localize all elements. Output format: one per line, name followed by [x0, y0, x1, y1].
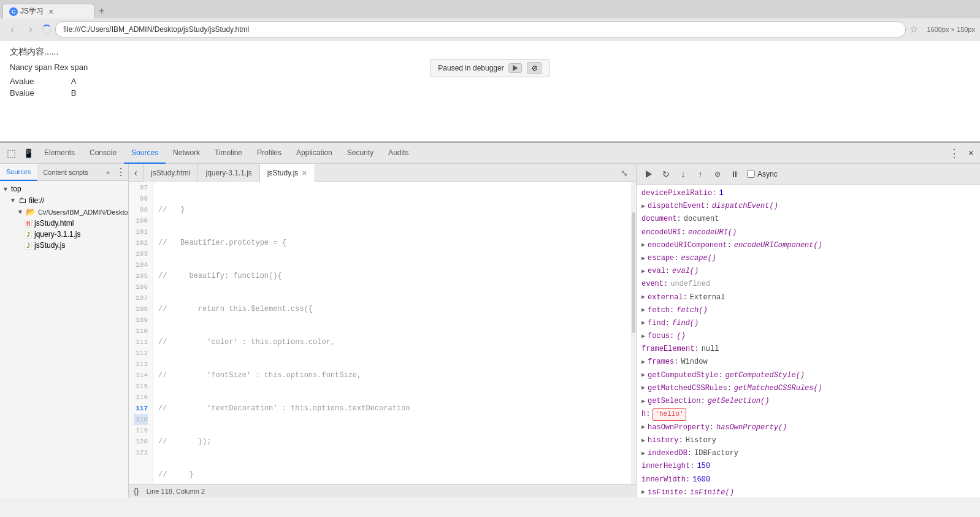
tab-timeline[interactable]: Timeline: [207, 143, 250, 164]
tab-profiles[interactable]: Profiles: [250, 143, 289, 164]
debug-step-out-btn[interactable]: ↑: [693, 167, 708, 182]
prop-separator: :: [700, 396, 705, 407]
scope-panel[interactable]: devicePixelRatio : 1 ▶ dispatchEvent : d…: [637, 185, 980, 497]
prop-value: History: [686, 435, 716, 446]
expand-arrow[interactable]: ▶: [641, 449, 645, 459]
editor-tab-nav-back[interactable]: ‹: [129, 164, 144, 182]
expand-arrow[interactable]: ▶: [641, 370, 645, 380]
tab-sources-files[interactable]: Sources: [0, 164, 37, 181]
inspect-btn[interactable]: ⬚: [2, 145, 20, 162]
a-value: A: [71, 75, 89, 87]
device-btn[interactable]: 📱: [20, 145, 37, 162]
step-out-icon: ↑: [699, 169, 703, 179]
bookmark-icon[interactable]: ☆: [909, 23, 918, 35]
debug-pause-exceptions-btn[interactable]: ⏸: [727, 167, 742, 182]
code-scroll-container[interactable]: 97 98 99 100 101 102 103 104 105 106 107…: [129, 182, 636, 484]
prop-separator: :: [718, 370, 722, 381]
browser-tab[interactable]: C JS学习 ×: [2, 4, 94, 18]
code-line: // 'color' : this.options.color,: [158, 337, 631, 348]
debug-deactivate-btn[interactable]: ⊘: [710, 167, 725, 182]
expand-arrow[interactable]: ▶: [641, 202, 645, 212]
code-line: // }: [158, 469, 631, 480]
folder-icon-users: 📂: [26, 207, 36, 216]
prop-value: dispatchEvent(): [712, 201, 778, 212]
expand-arrow[interactable]: ▶: [641, 305, 645, 315]
url-bar[interactable]: file:///C:/Users/IBM_ADMIN/Desktop/jsStu…: [55, 21, 906, 37]
prop-value: eval(): [672, 266, 699, 277]
tree-item-jquery[interactable]: J jquery-3.1.1.js: [0, 229, 128, 240]
tab-security[interactable]: Security: [340, 143, 381, 164]
expand-arrow[interactable]: ▶: [641, 383, 645, 393]
expand-arrow[interactable]: ▶: [641, 488, 645, 497]
more-menu-btn[interactable]: ⋮: [944, 147, 965, 160]
async-checkbox[interactable]: [747, 170, 755, 178]
tree-item-users-path[interactable]: ▼ 📂 Cv/Users/IBM_ADMIN/Desktop...: [0, 206, 128, 218]
prop-separator: :: [727, 383, 732, 394]
forward-btn[interactable]: ›: [23, 22, 38, 37]
editor-tab-jsstudy-html[interactable]: jsStudy.html: [144, 164, 198, 182]
debug-step-into-btn[interactable]: ↓: [676, 167, 691, 182]
expand-arrow[interactable]: ▶: [641, 358, 645, 367]
devtools-panels: Sources Content scripts » ⋮ ▼ top ▼ 🗀 fi…: [0, 164, 980, 497]
scope-item: innerWidth : 1600: [637, 473, 980, 486]
prop-separator: :: [646, 408, 650, 420]
resume-icon: [513, 65, 518, 71]
editor-tab-jsstudy-js[interactable]: jsStudy.js ×: [260, 164, 315, 182]
prop-separator: :: [690, 461, 694, 472]
tree-item-file-root[interactable]: ▼ 🗀 file://: [0, 194, 128, 206]
tab-audits[interactable]: Audits: [381, 143, 416, 164]
code-vertical-scrollbar[interactable]: [631, 182, 636, 484]
tree-item-jsstudy-html[interactable]: H jsStudy.html: [0, 218, 128, 229]
sidebar-menu-btn[interactable]: ⋮: [113, 164, 128, 181]
scope-item: ▶ getSelection : getSelection(): [637, 395, 980, 408]
tree-item-jsstudy-js[interactable]: J jsStudy.js: [0, 240, 128, 251]
scope-item: ▶ hasOwnProperty : hasOwnProperty(): [637, 421, 980, 434]
editor-tab-close-btn[interactable]: ×: [302, 169, 307, 177]
async-checkbox-label[interactable]: Async: [747, 170, 778, 178]
tab-application[interactable]: Application: [289, 143, 340, 164]
b-value: B: [71, 87, 89, 99]
tab-console[interactable]: Console: [82, 143, 124, 164]
expand-arrow[interactable]: ▶: [641, 423, 645, 432]
prop-value: escape(): [681, 253, 716, 264]
expand-arrow[interactable]: ▶: [641, 254, 645, 264]
editor-maximize-btn[interactable]: ⤡: [618, 166, 631, 180]
file-tree: ▼ top ▼ 🗀 file:// ▼ 📂 Cv/Users/IBM_ADMIN…: [0, 181, 128, 497]
expand-arrow[interactable]: ▶: [641, 293, 645, 302]
tab-sources[interactable]: Sources: [124, 143, 166, 164]
back-btn[interactable]: ‹: [5, 22, 20, 37]
code-scrollbar-thumb[interactable]: [632, 212, 635, 333]
deactivate-btn[interactable]: ⊘: [527, 62, 542, 74]
debugger-banner: Paused in debugger ⊘: [430, 59, 549, 77]
scope-item: ▶ indexedDB : IDBFactory: [637, 447, 980, 460]
expand-arrow[interactable]: ▶: [641, 332, 645, 342]
expand-arrow[interactable]: ▶: [641, 318, 645, 328]
deactivate-breakpoints-icon: ⊘: [714, 170, 721, 178]
expand-arrow[interactable]: ▶: [641, 267, 645, 277]
prop-value: IDBFactory: [694, 448, 738, 459]
js-file-icon-jquery: J: [25, 231, 32, 239]
new-tab-btn[interactable]: +: [94, 4, 109, 18]
expand-arrow[interactable]: ▶: [641, 240, 645, 250]
tab-network[interactable]: Network: [166, 143, 207, 164]
sidebar-more-btn[interactable]: »: [102, 169, 113, 176]
code-content[interactable]: // } // Beautifier.prototype = { // beau…: [153, 182, 636, 484]
prop-separator: :: [683, 292, 687, 304]
resume-play-icon: [646, 170, 652, 178]
prop-name: history: [648, 435, 678, 446]
expand-arrow[interactable]: ▶: [641, 397, 645, 407]
debug-controls-row: ↻ ↓ ↑ ⊘ ⏸: [637, 164, 980, 185]
debug-resume-btn[interactable]: [641, 167, 656, 182]
resume-btn[interactable]: [509, 63, 523, 73]
expand-arrow[interactable]: ▶: [641, 436, 645, 446]
tab-content-scripts[interactable]: Content scripts: [37, 164, 94, 181]
debug-step-over-btn[interactable]: ↻: [659, 167, 673, 182]
close-devtools-btn[interactable]: ×: [965, 148, 978, 159]
prop-value: isFinite(): [690, 487, 734, 497]
scope-item-h: h : 'hello': [637, 408, 980, 421]
tab-elements[interactable]: Elements: [37, 143, 82, 164]
editor-tab-jquery[interactable]: jquery-3.1.1.js: [198, 164, 259, 182]
tree-item-top[interactable]: ▼ top: [0, 183, 128, 194]
tab-close-btn[interactable]: ×: [48, 7, 53, 17]
curly-braces-icon[interactable]: {}: [134, 486, 139, 496]
